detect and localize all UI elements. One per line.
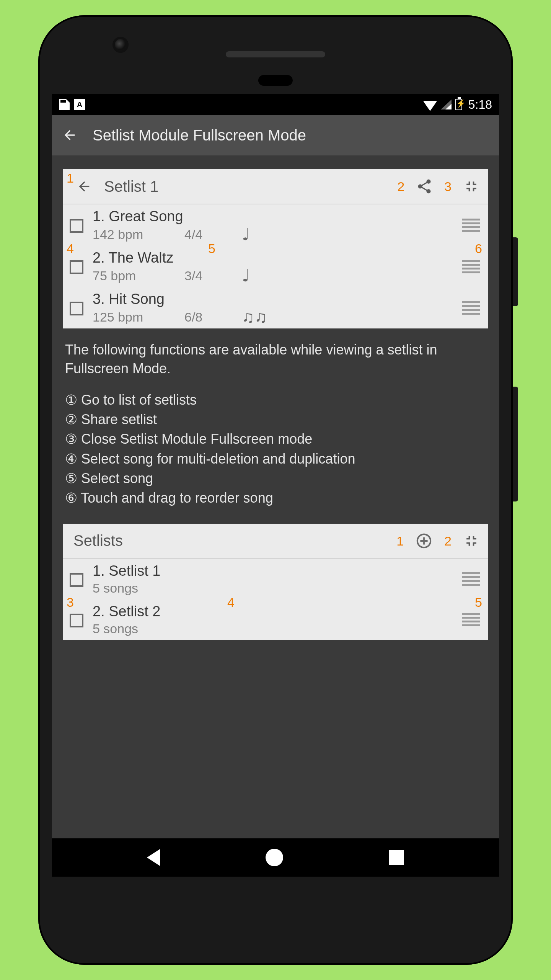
back-button[interactable] [62,127,77,143]
status-clock: 5:18 [468,98,492,112]
callout-1: 1 [67,172,74,185]
android-navbar [52,838,499,877]
legend-item: ⑥ Touch and drag to reorder song [65,488,486,508]
setlist-title: 1. Setlist 1 [93,563,462,579]
drag-handle[interactable] [462,260,480,273]
phone-frame: A 5:18 Setlist Module Fullscreen Mode 1 [38,15,513,965]
keyboard-lang-icon: A [74,99,85,110]
song-title: 1. Great Song [93,208,462,225]
note-icon: ♩ [242,229,250,239]
song-time-signature: 3/4 [184,268,215,283]
nav-back-button[interactable] [147,849,160,866]
song-time-signature: 4/4 [184,227,215,242]
song-time-signature: 6/8 [184,310,215,325]
nav-recents-button[interactable] [389,850,404,865]
legend-item: ① Go to list of setlists [65,390,486,410]
close-fullscreen-icon [463,532,480,549]
note-icon: ♫♫ [242,312,267,322]
setlist-subtitle: 5 songs [93,621,462,636]
note-icon: ♩ [242,271,250,281]
earpiece-speaker [226,51,325,57]
app-bar: Setlist Module Fullscreen Mode [52,115,499,155]
battery-charging-icon [455,99,462,110]
setlist-name: Setlist 1 [104,178,158,195]
callout-5b: 5 [475,596,482,609]
screen: A 5:18 Setlist Module Fullscreen Mode 1 [52,94,499,877]
callout-2b: 2 [444,534,452,547]
goto-setlists-button[interactable] [77,179,92,194]
arrow-left-icon [77,179,92,194]
share-button[interactable] [416,178,433,195]
song-row[interactable]: 1. Great Song 142 bpm 4/4 ♩ [63,204,488,246]
setlists-title: Setlists [73,532,123,549]
song-bpm: 125 bpm [93,310,158,325]
drag-handle[interactable] [462,613,480,626]
arrow-left-icon [62,127,77,143]
drag-handle[interactable] [462,572,480,586]
wifi-icon [423,101,437,111]
legend-item: ③ Close Setlist Module Fullscreen mode [65,429,486,449]
plus-circle-icon [415,532,433,550]
drag-handle[interactable] [462,301,480,315]
setlist-checkbox[interactable] [70,573,83,587]
sd-card-icon [59,99,70,110]
exit-fullscreen-button[interactable] [463,532,480,549]
page-title: Setlist Module Fullscreen Mode [93,127,306,144]
close-fullscreen-icon [463,178,480,195]
legend-list: ① Go to list of setlists ② Share setlist… [65,390,486,508]
share-icon [416,178,433,195]
exit-fullscreen-button[interactable] [463,178,480,195]
callout-1b: 1 [396,534,404,547]
setlist-row[interactable]: 1. Setlist 1 5 songs [63,559,488,599]
song-checkbox[interactable] [70,219,83,233]
setlist-subtitle: 5 songs [93,581,462,596]
setlists-header: Setlists 1 2 [63,524,488,559]
setlist-detail-card: 1 Setlist 1 2 3 [63,169,488,328]
setlist-checkbox[interactable] [70,614,83,627]
legend-item: ④ Select song for multi-deletion and dup… [65,449,486,469]
song-bpm: 142 bpm [93,227,158,242]
setlist-title: 2. Setlist 2 [93,603,462,620]
drag-handle[interactable] [462,219,480,232]
legend-item: ② Share setlist [65,410,486,429]
legend-item: ⑤ Select song [65,469,486,488]
song-title: 3. Hit Song [93,291,462,307]
callout-3b: 3 [67,596,74,609]
status-bar: A 5:18 [52,94,499,115]
song-row[interactable]: 3. Hit Song 125 bpm 6/8 ♫♫ [63,287,488,328]
song-row[interactable]: 4 5 6 2. The Waltz 75 bpm 3/4 ♩ [63,246,488,287]
song-checkbox[interactable] [70,260,83,274]
setlists-card: Setlists 1 2 1. Set [63,524,488,640]
setlist-detail-header: 1 Setlist 1 2 3 [63,169,488,204]
song-bpm: 75 bpm [93,268,158,283]
callout-6: 6 [475,242,482,255]
description-text: The following functions are available wh… [65,341,486,378]
cell-signal-icon [441,100,452,109]
content-area: 1 Setlist 1 2 3 [52,155,499,838]
callout-2: 2 [397,180,404,193]
add-setlist-button[interactable] [415,532,433,550]
callout-4b: 4 [227,596,235,609]
song-title: 2. The Waltz [93,250,462,266]
nav-home-button[interactable] [266,849,283,866]
callout-4: 4 [67,242,74,255]
setlist-row[interactable]: 3 4 5 2. Setlist 2 5 songs [63,599,488,640]
sensor-pill [258,75,293,86]
callout-3: 3 [444,180,452,193]
front-camera [115,39,126,51]
song-checkbox[interactable] [70,302,83,315]
callout-5: 5 [208,242,215,255]
